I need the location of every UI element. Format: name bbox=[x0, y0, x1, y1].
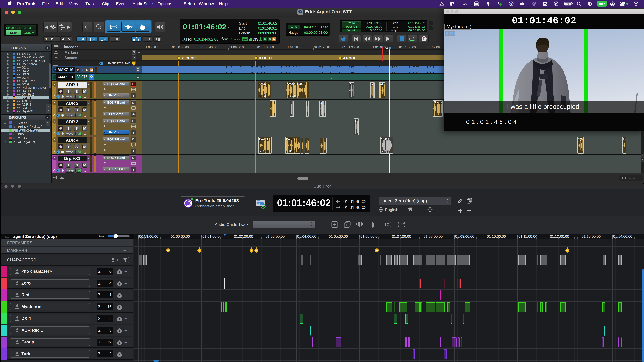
svg-text:a: a bbox=[47, 122, 48, 124]
svg-text:R#: R# bbox=[400, 222, 405, 227]
svg-text:C: C bbox=[510, 2, 512, 5]
svg-text:z: z bbox=[48, 124, 50, 125]
svg-text:SESSION: SESSION bbox=[298, 13, 302, 14]
svg-text:P: P bbox=[422, 36, 425, 41]
